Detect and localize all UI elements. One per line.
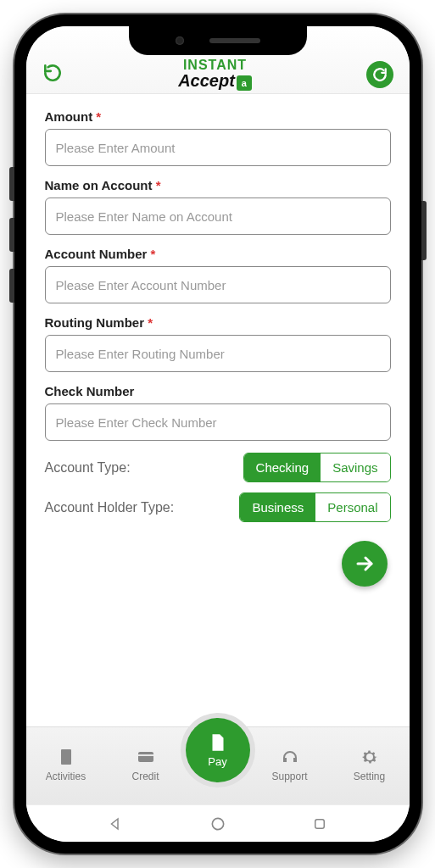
logo-badge: a xyxy=(237,75,252,91)
label-routing-number: Routing Number * xyxy=(45,315,391,330)
android-nav-bar xyxy=(26,804,410,842)
logo-line1: INSTANT xyxy=(178,58,252,72)
check-number-input[interactable] xyxy=(45,403,391,441)
submit-button[interactable] xyxy=(342,541,388,587)
logo-line2: Accept xyxy=(178,71,235,90)
phone-notch xyxy=(129,26,307,55)
svg-rect-5 xyxy=(315,819,325,828)
phone-screen: INSTANT Accepta Amount * xyxy=(26,26,410,842)
segment-account-type: Checking Savings xyxy=(243,453,391,482)
label-account-number: Account Number * xyxy=(45,247,391,261)
tab-label: Pay xyxy=(208,755,226,768)
square-recent-icon xyxy=(312,816,327,832)
row-account-type: Account Type: Checking Savings xyxy=(45,453,391,482)
required-marker: * xyxy=(151,247,156,261)
field-account-number: Account Number * xyxy=(45,247,391,303)
label-holder-type: Account Holder Type: xyxy=(45,500,175,515)
tab-setting[interactable]: Setting xyxy=(330,747,410,782)
option-personal[interactable]: Personal xyxy=(315,493,389,521)
refresh-button[interactable] xyxy=(366,61,393,88)
tab-label: Setting xyxy=(354,771,385,782)
label-check-number: Check Number xyxy=(45,384,391,398)
phone-frame: INSTANT Accepta Amount * xyxy=(14,14,421,854)
nav-back[interactable] xyxy=(103,811,128,837)
svg-rect-2 xyxy=(138,754,153,756)
tab-credit[interactable]: Credit xyxy=(106,747,186,782)
logout-icon[interactable] xyxy=(42,62,64,87)
required-marker: * xyxy=(148,315,153,330)
tab-support[interactable]: Support xyxy=(250,747,330,782)
form-content: Amount * Name on Account * Account Numbe… xyxy=(26,94,410,726)
tab-label: Credit xyxy=(131,771,159,782)
gear-icon xyxy=(360,747,380,767)
clipboard-icon xyxy=(56,747,76,767)
option-business[interactable]: Business xyxy=(240,493,315,521)
label-account-type: Account Type: xyxy=(45,460,131,476)
name-on-account-input[interactable] xyxy=(45,198,391,235)
required-marker: * xyxy=(156,178,161,192)
tab-label: Support xyxy=(271,771,307,782)
account-number-input[interactable] xyxy=(45,266,391,303)
segment-holder-type: Business Personal xyxy=(239,492,390,522)
svg-point-4 xyxy=(212,818,223,829)
field-routing-number: Routing Number * xyxy=(45,315,391,372)
option-checking[interactable]: Checking xyxy=(244,453,321,481)
pay-icon xyxy=(207,732,229,754)
label-amount: Amount * xyxy=(45,109,391,124)
card-icon xyxy=(136,747,156,767)
required-marker: * xyxy=(96,109,101,124)
earpiece-speaker xyxy=(209,38,260,43)
amount-input[interactable] xyxy=(45,129,391,166)
nav-recent[interactable] xyxy=(307,811,332,837)
label-name-on-account: Name on Account * xyxy=(45,178,391,192)
field-amount: Amount * xyxy=(45,109,391,166)
front-camera xyxy=(176,36,184,45)
headphones-icon xyxy=(280,747,300,767)
circle-home-icon xyxy=(209,815,226,832)
arrow-right-icon xyxy=(354,554,375,574)
tab-bar: Activities Credit Pay Support Setting xyxy=(26,726,410,804)
field-check-number: Check Number xyxy=(45,384,391,441)
tab-activities[interactable]: Activities xyxy=(26,747,106,782)
routing-number-input[interactable] xyxy=(45,335,391,372)
field-name-on-account: Name on Account * xyxy=(45,178,391,235)
tab-pay[interactable]: Pay xyxy=(186,718,250,782)
svg-marker-3 xyxy=(112,819,119,829)
svg-rect-1 xyxy=(138,752,153,762)
app-logo: INSTANT Accepta xyxy=(178,58,252,91)
row-holder-type: Account Holder Type: Business Personal xyxy=(45,492,391,522)
option-savings[interactable]: Savings xyxy=(321,453,389,481)
tab-label: Activities xyxy=(46,771,86,782)
nav-home[interactable] xyxy=(205,811,231,837)
triangle-back-icon xyxy=(108,816,123,832)
